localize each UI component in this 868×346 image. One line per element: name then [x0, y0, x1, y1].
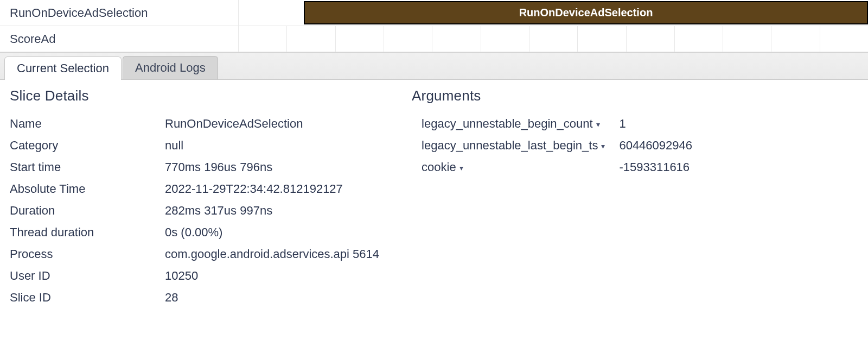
argument-value: -1593311616 [609, 156, 692, 178]
track-timeline-area[interactable] [239, 26, 868, 52]
track-label-run-on-device[interactable]: RunOnDeviceAdSelection [0, 0, 239, 26]
arguments-column: Arguments legacy_unnestable_begin_count▾… [412, 87, 692, 309]
detail-value: 10250 [162, 265, 379, 287]
ruler-cell [336, 26, 384, 52]
table-row: Thread duration0s (0.00%) [10, 222, 379, 243]
ruler-cell [529, 26, 578, 52]
slice-details-heading: Slice Details [10, 87, 379, 104]
detail-key: Process [10, 243, 162, 265]
detail-key: Category [10, 135, 162, 156]
chevron-down-icon[interactable]: ▾ [459, 163, 463, 172]
detail-key: Start time [10, 156, 162, 178]
chevron-down-icon[interactable]: ▾ [596, 120, 600, 129]
ruler-cell [432, 26, 481, 52]
track-row: RunOnDeviceAdSelection RunOnDeviceAdSele… [0, 0, 868, 26]
ruler-cell [627, 26, 675, 52]
table-row: NameRunOnDeviceAdSelection [10, 113, 379, 135]
detail-key: Thread duration [10, 222, 162, 243]
table-row: cookie▾ -1593311616 [412, 156, 692, 178]
tab-current-selection[interactable]: Current Selection [4, 56, 122, 80]
table-row: Slice ID28 [10, 287, 379, 309]
tab-android-logs[interactable]: Android Logs [123, 56, 218, 79]
arguments-heading: Arguments [412, 87, 692, 104]
table-row: Categorynull [10, 135, 379, 156]
ruler-cell [578, 26, 626, 52]
detail-key: User ID [10, 265, 162, 287]
argument-key: cookie▾ [412, 156, 609, 178]
ruler-cell [239, 26, 287, 52]
ruler-cell [481, 26, 529, 52]
ruler-cell [820, 26, 868, 52]
table-row: legacy_unnestable_begin_count▾ 1 [412, 113, 692, 135]
detail-key: Duration [10, 200, 162, 222]
detail-value: 282ms 317us 997ns [162, 200, 379, 222]
argument-key: legacy_unnestable_last_begin_ts▾ [412, 135, 609, 156]
ruler-cell [771, 26, 820, 52]
argument-value: 60446092946 [609, 135, 692, 156]
track-label-score-ad[interactable]: ScoreAd [0, 26, 239, 52]
slice-details-table: NameRunOnDeviceAdSelection Categorynull … [10, 113, 379, 309]
detail-value: 770ms 196us 796ns [162, 156, 379, 178]
table-row: Duration282ms 317us 997ns [10, 200, 379, 222]
detail-key: Slice ID [10, 287, 162, 309]
ruler-cell [723, 26, 771, 52]
argument-key: legacy_unnestable_begin_count▾ [412, 113, 609, 135]
trace-timeline: RunOnDeviceAdSelection RunOnDeviceAdSele… [0, 0, 868, 53]
track-timeline-area[interactable]: RunOnDeviceAdSelection [239, 0, 868, 26]
tab-strip: Current Selection Android Logs [0, 53, 868, 80]
detail-value: com.google.android.adservices.api 5614 [162, 243, 379, 265]
track-row: ScoreAd [0, 26, 868, 52]
details-panel: Slice Details NameRunOnDeviceAdSelection… [0, 80, 868, 316]
detail-value: 0s (0.00%) [162, 222, 379, 243]
chevron-down-icon[interactable]: ▾ [601, 142, 605, 150]
table-row: legacy_unnestable_last_begin_ts▾ 6044609… [412, 135, 692, 156]
detail-value: null [162, 135, 379, 156]
detail-value: RunOnDeviceAdSelection [162, 113, 379, 135]
table-row: Processcom.google.android.adservices.api… [10, 243, 379, 265]
detail-value: 2022-11-29T22:34:42.812192127 [162, 178, 379, 200]
detail-key: Absolute Time [10, 178, 162, 200]
detail-key: Name [10, 113, 162, 135]
table-row: Start time770ms 196us 796ns [10, 156, 379, 178]
detail-value: 28 [162, 287, 379, 309]
ruler-cell [287, 26, 335, 52]
arguments-table: legacy_unnestable_begin_count▾ 1 legacy_… [412, 113, 692, 178]
table-row: User ID10250 [10, 265, 379, 287]
argument-value: 1 [609, 113, 692, 135]
ruler-cell [675, 26, 723, 52]
slice-bar-run-on-device[interactable]: RunOnDeviceAdSelection [304, 1, 868, 24]
table-row: Absolute Time2022-11-29T22:34:42.8121921… [10, 178, 379, 200]
ruler-cell [384, 26, 432, 52]
slice-details-column: Slice Details NameRunOnDeviceAdSelection… [10, 87, 379, 309]
